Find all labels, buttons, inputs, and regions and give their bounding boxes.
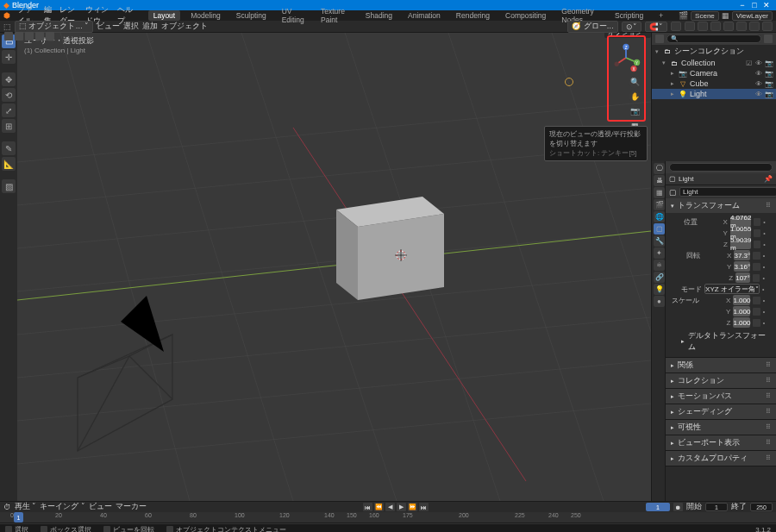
rotation-mode-dropdown[interactable]: XYZ オイラー角 ˅	[704, 284, 760, 294]
lock-icon[interactable]	[753, 308, 760, 316]
properties-search-input[interactable]	[669, 163, 773, 172]
cube-object[interactable]	[336, 197, 444, 300]
panel-visibility[interactable]: ▸可視性⠿	[666, 420, 776, 435]
panel-motionpath[interactable]: ▸モーションパス⠿	[666, 389, 776, 404]
solid-icon[interactable]	[46, 32, 54, 41]
tool-rotate[interactable]: ⟲	[2, 88, 16, 102]
ptab-particles[interactable]: ✦	[654, 247, 665, 259]
ptab-output[interactable]: 🖶	[654, 175, 665, 186]
lock-icon[interactable]	[753, 319, 760, 327]
ptab-constraints[interactable]: 🔗	[654, 272, 665, 283]
tool-transform[interactable]: ⊞	[2, 119, 16, 133]
orientation-dropdown[interactable]: 🧭 グロー…	[567, 21, 618, 33]
proportional-edit-button[interactable]	[671, 22, 681, 31]
ptab-scene[interactable]: 🎬	[654, 199, 665, 210]
tool-move[interactable]: ✥	[2, 72, 16, 86]
rot-y-input[interactable]: 3.16°	[734, 261, 750, 272]
workspace-layout[interactable]: Layout	[148, 10, 181, 21]
scene-name[interactable]: Scene	[691, 11, 719, 21]
tool-scale[interactable]: ⤢	[2, 103, 16, 117]
eye-icon[interactable]: 👁	[755, 91, 763, 98]
lock-icon[interactable]	[753, 297, 760, 304]
timeline-ruler[interactable]: 1 02040608010012014015016017520022524025…	[0, 512, 776, 523]
timeline-menu-view[interactable]: ビュー	[89, 502, 112, 512]
lock-icon[interactable]	[753, 263, 760, 271]
render-icon[interactable]: 📷	[765, 91, 773, 98]
workspace-sculpting[interactable]: Sculpting	[231, 10, 272, 21]
viewport-options-dropdown[interactable]: オプション ˅	[604, 33, 651, 38]
wireframe-icon[interactable]	[35, 32, 44, 41]
outliner-item-cube[interactable]: ▸▽Cube 👁📷	[652, 78, 776, 89]
outliner[interactable]: ▾🗀シーンコレクション ▾🗀Collection ☑👁📷 ▸📷Camera 👁📷…	[652, 45, 776, 161]
ptab-viewlayer[interactable]: ▦	[654, 187, 665, 198]
outliner-collection[interactable]: ▾🗀Collection ☑👁📷	[652, 58, 776, 68]
timeline-editor-icon[interactable]: ⏱	[3, 503, 11, 511]
outliner-item-camera[interactable]: ▸📷Camera 👁📷	[652, 68, 776, 78]
xray-toggle[interactable]	[710, 22, 721, 31]
lock-icon[interactable]	[753, 274, 760, 282]
ptab-data[interactable]: 💡	[654, 284, 665, 295]
render-icon[interactable]: 📷	[765, 70, 773, 78]
render-icon[interactable]: 📷	[765, 59, 773, 67]
collection-exclude-icon[interactable]: ☑	[746, 59, 754, 67]
shading-rendered[interactable]	[762, 22, 773, 31]
lock-icon[interactable]	[753, 252, 760, 260]
light-object-gizmo[interactable]	[565, 78, 573, 86]
eye-icon[interactable]: 👁	[755, 80, 763, 88]
eye-icon[interactable]: 👁	[755, 59, 763, 67]
panel-relations[interactable]: ▸関係⠿	[666, 358, 776, 372]
shading-solid[interactable]	[736, 22, 747, 31]
tool-add-cube[interactable]: ▨	[2, 179, 16, 193]
object-name-input[interactable]	[679, 187, 776, 197]
ptab-modifiers[interactable]: 🔧	[654, 235, 665, 247]
outliner-filter-icon[interactable]	[764, 34, 773, 43]
shading-mode-icon[interactable]	[25, 32, 34, 41]
lock-icon[interactable]	[754, 241, 760, 248]
render-icon[interactable]: 📷	[765, 80, 773, 88]
workspace-scripting[interactable]: Scripting	[610, 10, 648, 21]
tool-cursor[interactable]: ✛	[2, 50, 16, 64]
timeline-menu-play[interactable]: 再生 ˅	[15, 502, 36, 512]
panel-viewport-display[interactable]: ▸ビューポート表示⠿	[666, 435, 776, 450]
shading-matpreview[interactable]	[749, 22, 760, 31]
minimize-button[interactable]: −	[736, 1, 748, 9]
outliner-scene-collection[interactable]: ▾🗀シーンコレクション	[652, 45, 776, 58]
show-overlays-icon[interactable]	[4, 32, 13, 41]
ptab-render[interactable]: 🖵	[654, 163, 665, 174]
workspace-add[interactable]: +	[654, 10, 668, 21]
breadcrumb-object[interactable]: Light	[679, 175, 693, 183]
toolstrip-menu-object[interactable]: オブジェクト	[161, 21, 208, 32]
toolstrip-menu-select[interactable]: 選択	[123, 21, 139, 32]
jump-end-icon[interactable]: ⏭	[419, 503, 429, 511]
lock-icon[interactable]	[754, 218, 760, 226]
tool-annotate[interactable]: ✎	[2, 141, 16, 155]
lock-icon[interactable]	[754, 229, 760, 237]
ptab-material[interactable]: ●	[654, 296, 665, 307]
play-reverse-icon[interactable]: ◀	[385, 503, 395, 511]
auto-keying-icon[interactable]: ⏺	[673, 503, 683, 511]
nav-camera-icon[interactable]: 📷	[629, 105, 641, 117]
panel-collections[interactable]: ▸コレクション⠿	[666, 373, 776, 388]
workspace-modeling[interactable]: Modeling	[185, 10, 226, 21]
gizmo-toggle[interactable]	[685, 22, 695, 31]
viewlayer-name[interactable]: ViewLayer	[732, 11, 773, 21]
panel-transform-header[interactable]: ▾トランスフォーム⠿	[666, 198, 776, 213]
timeline-menu-keying[interactable]: キーイング ˅	[40, 502, 84, 512]
workspace-compositing[interactable]: Compositing	[500, 10, 551, 21]
nav-gizmo[interactable]: X Y Z	[610, 41, 642, 74]
outliner-item-light[interactable]: ▸💡Light 👁📷	[652, 89, 776, 99]
shading-wire[interactable]	[723, 22, 734, 31]
scale-x-input[interactable]: 1.000	[733, 295, 750, 305]
ptab-object[interactable]: ▢	[654, 223, 665, 235]
workspace-animation[interactable]: Animation	[403, 10, 446, 21]
tool-measure[interactable]: 📐	[2, 157, 16, 171]
scale-z-input[interactable]: 1.000	[733, 317, 750, 328]
close-button[interactable]: ✕	[760, 1, 773, 9]
pin-icon[interactable]: 📌	[764, 175, 773, 183]
workspace-texturepaint[interactable]: Texture Paint	[316, 6, 355, 25]
outliner-search[interactable]: 🔍	[666, 34, 761, 43]
eye-icon[interactable]: 👁	[755, 70, 763, 78]
editor-type-icon[interactable]: ⬚	[3, 22, 11, 31]
ptab-world[interactable]: 🌐	[654, 211, 665, 222]
play-icon[interactable]: ▶	[397, 503, 406, 511]
